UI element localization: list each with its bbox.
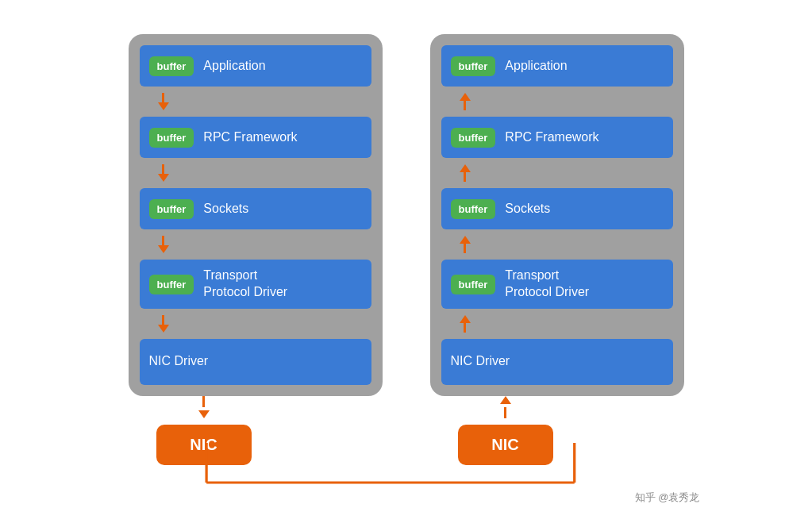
right-label-rpc: RPC Framework bbox=[505, 129, 598, 146]
left-label-nic-driver: NIC Driver bbox=[149, 353, 209, 370]
left-stack-box: buffer Application buffer RPC Framework … bbox=[129, 34, 383, 396]
right-layer-nic-driver: NIC Driver bbox=[441, 339, 673, 385]
right-buffer-rpc: buffer bbox=[451, 128, 496, 148]
left-layer-nic-driver: NIC Driver bbox=[140, 339, 371, 385]
left-label-rpc: RPC Framework bbox=[203, 129, 297, 146]
right-buffer-sockets: buffer bbox=[451, 199, 496, 219]
right-label-app: Application bbox=[505, 58, 567, 75]
left-buffer-rpc: buffer bbox=[149, 128, 194, 148]
left-layer-application: buffer Application bbox=[140, 45, 371, 87]
left-buffer-sockets: buffer bbox=[149, 199, 194, 219]
right-label-transport: Transport Protocol Driver bbox=[505, 267, 589, 301]
right-layer-sockets: buffer Sockets bbox=[441, 188, 673, 229]
right-layer-rpc: buffer RPC Framework bbox=[441, 117, 673, 158]
right-buffer-app: buffer bbox=[451, 56, 496, 76]
right-layer-application: buffer Application bbox=[441, 45, 673, 87]
left-label-transport: Transport Protocol Driver bbox=[203, 267, 287, 301]
left-layer-transport: buffer Transport Protocol Driver bbox=[140, 260, 371, 309]
left-buffer-transport: buffer bbox=[149, 275, 194, 294]
left-buffer-app: buffer bbox=[149, 56, 194, 76]
watermark: 知乎 @袁秀龙 bbox=[635, 491, 700, 505]
right-label-nic-driver: NIC Driver bbox=[451, 353, 510, 370]
left-layer-sockets: buffer Sockets bbox=[140, 188, 371, 229]
left-layer-rpc: buffer RPC Framework bbox=[140, 117, 371, 158]
right-buffer-transport: buffer bbox=[451, 275, 496, 294]
left-nic: NIC bbox=[156, 425, 252, 465]
left-label-app: Application bbox=[203, 58, 265, 75]
right-stack-box: buffer Application buffer RPC Framework … bbox=[430, 34, 684, 396]
diagram-container: buffer Application buffer RPC Framework … bbox=[105, 18, 708, 513]
right-stack: buffer Application buffer RPC Framework … bbox=[430, 34, 684, 465]
right-label-sockets: Sockets bbox=[505, 201, 550, 217]
left-stack: buffer Application buffer RPC Framework … bbox=[129, 34, 383, 465]
right-layer-transport: buffer Transport Protocol Driver bbox=[441, 260, 673, 309]
left-label-sockets: Sockets bbox=[203, 201, 248, 217]
right-nic: NIC bbox=[458, 425, 553, 465]
